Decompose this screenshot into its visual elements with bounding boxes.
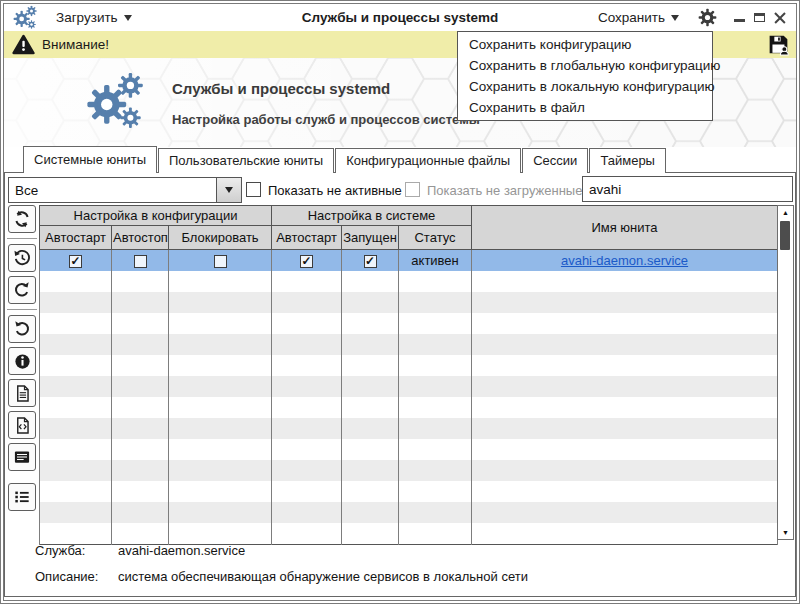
table-row[interactable] xyxy=(40,418,778,439)
file-code-icon xyxy=(13,416,32,435)
undo-button[interactable] xyxy=(8,315,36,343)
scroll-down-button[interactable]: ▼ xyxy=(778,526,793,539)
journal-button[interactable] xyxy=(8,443,36,471)
undo-icon xyxy=(12,319,32,339)
table-row[interactable] xyxy=(40,439,778,460)
reload-icon xyxy=(12,280,32,300)
service-label: Служба: xyxy=(35,543,85,558)
unit-source-button[interactable] xyxy=(8,411,36,439)
autostop-checkbox[interactable] xyxy=(134,255,147,268)
warning-label: Внимание! xyxy=(42,37,109,52)
table-row[interactable] xyxy=(40,376,778,397)
menu-item-save-config[interactable]: Сохранить конфигурацию xyxy=(458,34,712,55)
scroll-up-button[interactable]: ▲ xyxy=(778,206,793,219)
toolbar-separator xyxy=(7,238,37,239)
dependencies-list-button[interactable] xyxy=(8,483,36,511)
unit-file-button[interactable] xyxy=(8,379,36,407)
scroll-thumb[interactable] xyxy=(780,221,790,250)
column-header-running: Запущен xyxy=(342,226,399,250)
column-header-autostart-config: Автостарт xyxy=(40,226,112,250)
menu-item-save-global-config[interactable]: Сохранить в глобальную конфигурацию xyxy=(458,55,712,76)
service-value: avahi-daemon.service xyxy=(118,543,245,558)
window-frame: Загрузить Службы и процессы systemd Сохр… xyxy=(3,3,797,601)
tab-system-units[interactable]: Системные юниты xyxy=(23,146,157,173)
units-table: Настройка в конфигурации Настройка в сис… xyxy=(39,205,778,545)
table-row[interactable] xyxy=(40,460,778,481)
tab-config-files[interactable]: Конфигурационные файлы xyxy=(335,148,521,173)
file-icon xyxy=(13,384,32,403)
titlebar: Загрузить Службы и процессы systemd Сохр… xyxy=(4,4,796,32)
table-row[interactable] xyxy=(40,334,778,355)
description-label: Описание: xyxy=(35,569,98,584)
table-row[interactable] xyxy=(40,481,778,502)
column-header-block: Блокировать xyxy=(169,226,272,250)
sidebar-toolbar xyxy=(6,205,38,515)
table-scrollbar[interactable]: ▲ ▼ xyxy=(777,205,794,540)
settings-gear-button[interactable] xyxy=(698,8,717,27)
floppy-save-icon xyxy=(766,32,791,57)
unit-name-link[interactable]: avahi-daemon.service xyxy=(561,253,688,268)
menu-item-save-to-file[interactable]: Сохранить в файл xyxy=(458,97,712,118)
tab-timers[interactable]: Таймеры xyxy=(589,148,666,173)
refresh-button[interactable] xyxy=(8,205,36,233)
history-button[interactable] xyxy=(8,244,36,272)
table-row[interactable] xyxy=(40,313,778,334)
table-row[interactable] xyxy=(40,523,778,545)
table-row[interactable] xyxy=(40,502,778,523)
column-header-unit-name: Имя юнита xyxy=(472,206,778,250)
show-inactive-checkbox[interactable] xyxy=(246,182,261,197)
show-inactive-label: Показать не активные xyxy=(268,183,402,198)
refresh-icon xyxy=(12,209,32,229)
banner-gears-icon xyxy=(86,70,146,132)
group-header-config: Настройка в конфигурации xyxy=(40,206,272,226)
tab-sessions[interactable]: Сессии xyxy=(522,148,588,173)
chevron-down-icon xyxy=(124,15,132,21)
save-config-button[interactable] xyxy=(766,32,791,57)
history-icon xyxy=(12,248,32,268)
unit-filter-select[interactable]: Все xyxy=(8,177,242,203)
load-button[interactable]: Загрузить xyxy=(56,10,132,25)
unit-filter-value: Все xyxy=(9,183,216,198)
tab-user-units[interactable]: Пользовательские юниты xyxy=(158,148,334,173)
list-icon xyxy=(12,487,32,507)
toolbar-separator xyxy=(7,309,37,310)
banner-title: Службы и процессы systemd xyxy=(172,80,390,97)
column-header-autostop: Автостоп xyxy=(112,226,169,250)
close-button[interactable] xyxy=(774,12,786,24)
tab-bar: Системные юниты Пользовательские юниты К… xyxy=(4,147,796,173)
status-cell: активен xyxy=(399,250,472,272)
chevron-down-icon xyxy=(671,15,679,21)
main-content: Все Показать не активные Показать не заг… xyxy=(4,172,796,597)
autostart-system-checkbox[interactable] xyxy=(300,255,313,268)
block-checkbox[interactable] xyxy=(214,255,227,268)
info-button[interactable] xyxy=(8,347,36,375)
gear-icon xyxy=(698,8,717,27)
column-header-autostart-system: Автостарт xyxy=(272,226,342,250)
search-input[interactable] xyxy=(582,176,793,202)
table-row[interactable] xyxy=(40,355,778,376)
save-menu: Сохранить конфигурацию Сохранить в глоба… xyxy=(457,31,713,121)
table-row[interactable] xyxy=(40,271,778,292)
units-table-body: активен avahi-daemon.service xyxy=(40,250,778,545)
table-row-avahi[interactable]: активен avahi-daemon.service xyxy=(40,250,778,272)
running-checkbox[interactable] xyxy=(364,255,377,268)
menu-item-save-local-config[interactable]: Сохранить в локальную конфигурацию xyxy=(458,76,712,97)
show-unloaded-checkbox[interactable] xyxy=(405,182,420,197)
app-window: Загрузить Службы и процессы systemd Сохр… xyxy=(0,0,800,604)
table-row[interactable] xyxy=(40,292,778,313)
journal-icon xyxy=(12,447,32,467)
load-button-label: Загрузить xyxy=(56,10,118,25)
reload-unit-button[interactable] xyxy=(8,276,36,304)
combo-arrow-icon xyxy=(216,178,241,202)
description-value: система обеспечивающая обнаружение серви… xyxy=(118,569,528,584)
minimize-button[interactable] xyxy=(734,19,745,22)
autostart-config-checkbox[interactable] xyxy=(69,255,82,268)
maximize-button[interactable] xyxy=(754,13,765,22)
units-table-wrap: Настройка в конфигурации Настройка в сис… xyxy=(39,205,778,540)
group-header-system: Настройка в системе xyxy=(272,206,472,226)
save-button-label: Сохранить xyxy=(598,10,665,25)
table-row[interactable] xyxy=(40,397,778,418)
app-gears-icon xyxy=(13,5,38,30)
show-unloaded-label: Показать не загруженные xyxy=(427,183,582,198)
save-button[interactable]: Сохранить xyxy=(598,10,679,25)
